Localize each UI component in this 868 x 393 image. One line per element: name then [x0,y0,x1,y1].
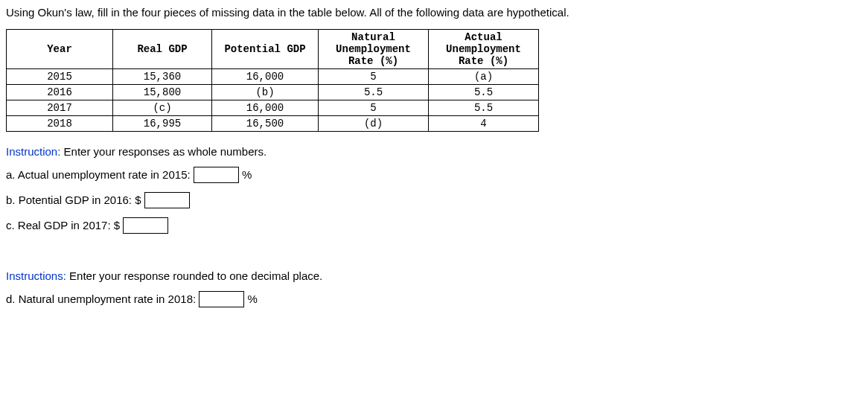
table-row: 2016 15,800 (b) 5.5 5.5 [7,85,539,100]
cell-actual: (a) [429,69,539,85]
cell-year: 2015 [7,69,113,85]
question-c: c. Real GDP in 2017: $ [6,217,862,234]
cell-actual: 4 [429,116,539,132]
cell-natural: 5 [319,69,429,85]
data-table: Year Real GDP Potential GDP Natural Unem… [6,29,539,132]
table-row: 2018 16,995 16,500 (d) 4 [7,116,539,132]
cell-actual: 5.5 [429,100,539,116]
header-potential-gdp: Potential GDP [212,30,319,69]
cell-actual: 5.5 [429,85,539,100]
cell-potential-gdp: 16,000 [212,69,319,85]
answer-d-input[interactable] [199,291,244,307]
question-a-label: a. Actual unemployment rate in 2015: [6,168,194,181]
cell-year: 2018 [7,116,113,132]
answer-a-input[interactable] [194,167,239,183]
question-c-label: c. Real GDP in 2017: $ [6,219,123,231]
answer-c-input[interactable] [123,217,168,234]
instruction-1-label: Instruction: [6,145,60,158]
answer-b-input[interactable] [144,192,190,208]
cell-year: 2016 [7,85,113,100]
question-d: d. Natural unemployment rate in 2018: % [6,291,862,307]
cell-real-gdp: 15,800 [113,85,212,100]
cell-natural: 5 [319,100,429,116]
cell-real-gdp: 16,995 [113,116,212,132]
cell-real-gdp: 15,360 [113,69,212,85]
question-a: a. Actual unemployment rate in 2015: % [6,167,862,183]
cell-potential-gdp: (b) [212,85,319,100]
question-d-suffix: % [244,293,258,305]
intro-text: Using Okun's law, fill in the four piece… [6,6,862,19]
cell-real-gdp: (c) [113,100,212,116]
cell-natural: 5.5 [319,85,429,100]
cell-potential-gdp: 16,500 [212,116,319,132]
instruction-2: Instructions: Enter your response rounde… [6,269,862,282]
question-a-suffix: % [239,168,252,181]
header-real-gdp: Real GDP [113,30,212,69]
header-year: Year [7,30,113,69]
header-actual: Actual Unemployment Rate (%) [429,30,539,69]
instruction-1: Instruction: Enter your responses as who… [6,145,862,158]
table-row: 2015 15,360 16,000 5 (a) [7,69,539,85]
instruction-1-text: Enter your responses as whole numbers. [60,145,267,158]
instruction-2-text: Enter your response rounded to one decim… [66,269,322,282]
question-b: b. Potential GDP in 2016: $ [6,192,862,208]
header-natural: Natural Unemployment Rate (%) [319,30,429,69]
question-d-label: d. Natural unemployment rate in 2018: [6,293,199,305]
table-row: 2017 (c) 16,000 5 5.5 [7,100,539,116]
cell-year: 2017 [7,100,113,116]
cell-potential-gdp: 16,000 [212,100,319,116]
cell-natural: (d) [319,116,429,132]
question-b-label: b. Potential GDP in 2016: $ [6,194,144,206]
instruction-2-label: Instructions: [6,269,66,282]
